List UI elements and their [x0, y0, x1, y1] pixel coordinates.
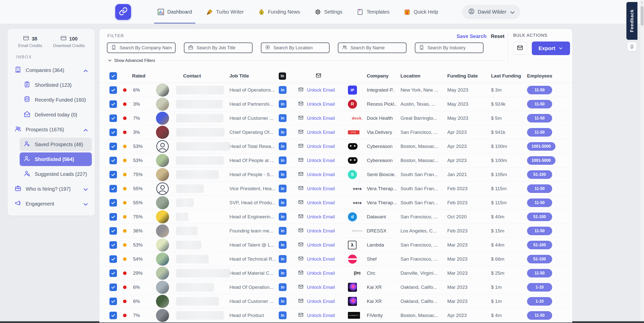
chevron-down-icon[interactable] — [82, 201, 88, 207]
chevron-up-icon[interactable] — [82, 67, 88, 73]
sidebar-item-shortlisted-companies[interactable]: Shortlisted (123) — [20, 78, 92, 92]
row-checkbox[interactable] — [109, 298, 117, 305]
row-checkbox[interactable] — [109, 129, 117, 136]
tab-templates[interactable]: Templates — [357, 0, 389, 24]
scrollbar-thumb[interactable] — [641, 6, 643, 26]
unlock-email-button[interactable]: Unlock Email — [298, 270, 348, 276]
linkedin-icon[interactable]: in — [279, 241, 287, 249]
row-checkbox[interactable] — [109, 255, 117, 263]
page-scrollbar[interactable]: ▲ — [640, 0, 644, 323]
row-checkbox[interactable] — [109, 86, 117, 94]
linkedin-icon[interactable]: in — [279, 269, 287, 277]
row-checkbox[interactable] — [109, 269, 117, 277]
app-logo[interactable] — [115, 4, 131, 20]
row-checkbox[interactable] — [109, 157, 117, 164]
sidebar-item-saved-prospects[interactable]: Saved Prospects (48) — [20, 138, 92, 151]
search-location-box[interactable] — [261, 43, 330, 53]
unlock-email-button[interactable]: Unlock Email — [298, 298, 348, 305]
row-checkbox[interactable] — [109, 114, 117, 122]
search-company-input[interactable] — [119, 45, 172, 51]
tab-quick-help[interactable]: Quick Help — [404, 0, 438, 24]
row-checkbox[interactable] — [109, 100, 117, 108]
search-company-box[interactable] — [107, 43, 176, 53]
column-header-location[interactable]: Location — [400, 73, 447, 79]
linkedin-icon[interactable]: in — [279, 199, 287, 207]
sidebar-item-delivered-today[interactable]: Delivered today (0) — [20, 108, 92, 122]
unlock-email-button[interactable]: Unlock Email — [298, 171, 348, 178]
linkedin-icon[interactable]: in — [279, 142, 287, 150]
search-name-box[interactable] — [338, 43, 407, 53]
sidebar-item-engagement[interactable]: Engagement — [11, 197, 92, 211]
linkedin-icon[interactable]: in — [279, 227, 287, 235]
user-menu[interactable]: David Wilder — [462, 5, 520, 19]
column-header-job-title[interactable]: Job Title — [229, 73, 279, 79]
linkedin-icon[interactable]: in — [279, 311, 287, 319]
linkedin-icon[interactable]: in — [279, 100, 287, 108]
unlock-email-button[interactable]: Unlock Email — [298, 312, 348, 319]
unlock-email-button[interactable]: Unlock Email — [298, 242, 348, 248]
linkedin-icon[interactable]: in — [279, 128, 287, 136]
feedback-tab[interactable]: Feedback — [626, 2, 637, 40]
unlock-email-button[interactable]: Unlock Email — [298, 228, 348, 234]
linkedin-icon[interactable]: in — [279, 255, 287, 263]
unlock-email-button[interactable]: Unlock Email — [298, 214, 348, 220]
sidebar-item-who-is-hiring[interactable]: Who is hiring? (197) — [11, 182, 92, 196]
bulk-email-button[interactable] — [513, 42, 527, 55]
row-checkbox[interactable] — [109, 241, 117, 249]
column-header-contact[interactable]: Contact — [176, 73, 229, 79]
linkedin-icon[interactable]: in — [279, 114, 287, 122]
chevron-up-icon[interactable] — [82, 127, 88, 132]
linkedin-icon[interactable]: in — [279, 283, 287, 291]
tab-settings[interactable]: Settings — [314, 0, 342, 24]
select-all-checkbox[interactable] — [109, 72, 117, 80]
reset-button[interactable]: Reset — [491, 33, 504, 39]
unlock-email-button[interactable]: Unlock Email — [298, 87, 348, 93]
linkedin-icon[interactable]: in — [279, 185, 287, 192]
tab-funding-news[interactable]: $ Funding News — [258, 0, 300, 24]
linkedin-icon[interactable]: in — [279, 213, 287, 221]
unlock-email-button[interactable]: Unlock Email — [298, 199, 348, 206]
column-header-funding-date[interactable]: Funding Date — [447, 73, 491, 79]
search-industry-input[interactable] — [427, 45, 479, 51]
unlock-email-button[interactable]: Unlock Email — [298, 157, 348, 164]
linkedin-icon[interactable]: in — [279, 297, 287, 305]
row-checkbox[interactable] — [109, 143, 117, 150]
sidebar-item-companies[interactable]: Companies (364) — [11, 63, 92, 77]
tab-dashboard[interactable]: Dashboard — [157, 0, 192, 24]
column-header-company[interactable]: Company — [367, 73, 400, 79]
unlock-email-button[interactable]: Unlock Email — [298, 101, 348, 107]
row-checkbox[interactable] — [109, 213, 117, 221]
linkedin-icon[interactable]: in — [279, 171, 287, 178]
save-search-button[interactable]: Save Search — [457, 33, 487, 39]
unlock-email-button[interactable]: Unlock Email — [298, 129, 348, 136]
row-checkbox[interactable] — [109, 171, 117, 178]
row-checkbox[interactable] — [109, 227, 117, 235]
row-checkbox[interactable] — [109, 199, 117, 207]
search-location-input[interactable] — [273, 45, 326, 51]
scroll-up-arrow[interactable]: ▲ — [641, 1, 643, 4]
row-checkbox[interactable] — [109, 185, 117, 192]
sidebar-item-prospects[interactable]: Prospects (1676) — [11, 123, 92, 136]
column-header-last-funding[interactable]: Last Funding — [491, 73, 527, 79]
sidebar-item-suggested-leads[interactable]: Suggested Leads (227) — [20, 167, 92, 181]
search-job-title-box[interactable] — [184, 43, 253, 53]
linkedin-icon[interactable]: in — [279, 156, 287, 164]
column-header-rated[interactable]: Rated — [122, 73, 156, 79]
unlock-email-button[interactable]: Unlock Email — [298, 115, 348, 122]
unlock-email-button[interactable]: Unlock Email — [298, 185, 348, 192]
unlock-email-button[interactable]: Unlock Email — [298, 143, 348, 150]
row-checkbox[interactable] — [109, 284, 117, 291]
chevron-down-icon[interactable] — [82, 186, 88, 192]
export-button[interactable]: Export — [532, 42, 570, 55]
tab-turbo-writer[interactable]: Turbo Writer — [206, 0, 244, 24]
unlock-email-button[interactable]: Unlock Email — [298, 256, 348, 262]
unlock-email-button[interactable]: Unlock Email — [298, 284, 348, 291]
lightbulb-icon[interactable] — [627, 42, 636, 51]
row-checkbox[interactable] — [109, 312, 117, 319]
search-name-input[interactable] — [350, 45, 403, 51]
search-job-title-input[interactable] — [196, 45, 249, 51]
sidebar-item-recently-funded[interactable]: Recently Funded (160) — [20, 93, 92, 107]
column-header-employees[interactable]: Employees — [527, 73, 572, 79]
sidebar-item-shortlisted-prospects[interactable]: Shortlisted (564) — [20, 152, 92, 166]
show-advanced-filters[interactable]: Show Advanced Filters — [107, 58, 505, 63]
